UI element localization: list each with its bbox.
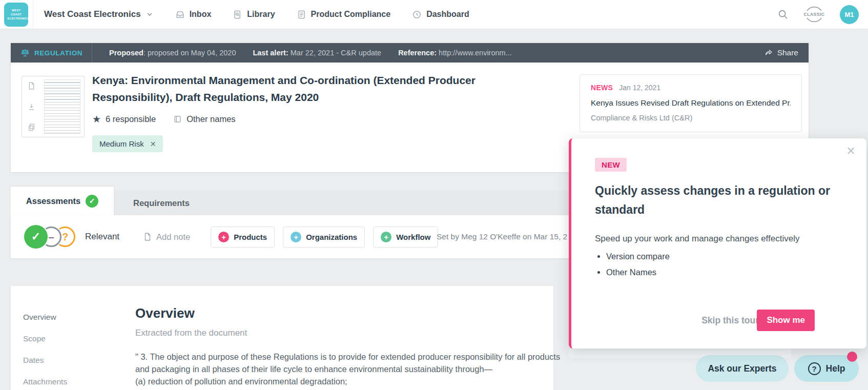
assessment-status-label: Relevant <box>85 232 119 242</box>
add-workflow-button[interactable]: + Workflow <box>373 227 438 248</box>
other-names-label: Other names <box>187 114 235 124</box>
ask-experts-button[interactable]: Ask our Experts <box>696 355 789 382</box>
help-label: Help <box>826 363 845 374</box>
tour-feature-item: Other Names <box>606 265 670 280</box>
search-icon[interactable] <box>777 9 789 20</box>
account-name: West Coast Electronics <box>44 9 141 19</box>
overview-card: Overview Scope Dates Attachments Overvie… <box>11 286 553 390</box>
company-logo-text: WEST COAST ELECTRONICS <box>8 8 25 21</box>
tour-feature-list: Version compare Other Names <box>606 249 670 281</box>
remove-tag-icon[interactable]: ✕ <box>150 140 156 148</box>
classic-badge-text: CLASSIC <box>804 12 825 17</box>
section-nav-dates[interactable]: Dates <box>23 356 67 365</box>
section-nav-scope[interactable]: Scope <box>23 334 67 343</box>
section-nav-overview[interactable]: Overview <box>23 313 67 322</box>
nav-right: CLASSIC M1 <box>777 5 868 24</box>
regulation-header-bar: REGULATION Proposed: proposed on May 04,… <box>11 43 809 63</box>
page: WEST COAST ELECTRONICS West Coast Electr… <box>0 0 868 390</box>
notification-dot <box>847 352 857 362</box>
skip-tour-link[interactable]: Skip this tour <box>701 315 759 326</box>
organizations-label: Organizations <box>306 233 357 241</box>
overview-body: " 3. The object and purpose of these Reg… <box>135 351 568 388</box>
tab-assessments[interactable]: Assessments ✓ <box>11 187 114 215</box>
dashboard-clock-icon <box>412 10 422 19</box>
plus-icon: + <box>291 232 301 242</box>
add-note-label: Add note <box>156 232 190 242</box>
reference-link[interactable]: Reference: http://www.environm... <box>398 49 512 57</box>
share-button[interactable]: Share <box>764 48 798 57</box>
download-icon[interactable] <box>27 102 36 111</box>
document-preview <box>44 79 80 134</box>
responsible-label: 6 responsible <box>106 114 156 124</box>
account-switcher[interactable]: West Coast Electronics <box>44 9 154 19</box>
share-icon <box>764 48 773 57</box>
new-badge: NEW <box>595 158 627 172</box>
risk-tag-label: Medium Risk <box>99 139 144 148</box>
news-card-header: NEWS Jan 12, 2021 <box>591 84 791 92</box>
overview-heading: Overview <box>135 305 571 321</box>
status-proposed: Proposed: proposed on May 04, 2020 <box>109 49 236 57</box>
news-card[interactable]: NEWS Jan 12, 2021 Kenya Issues Revised D… <box>580 74 802 132</box>
regulation-title: Kenya: Environmental Management and Co-o… <box>92 72 518 106</box>
tour-feature-item: Version compare <box>606 249 670 264</box>
document-actions <box>22 76 40 137</box>
share-label: Share <box>777 48 798 57</box>
products-label: Products <box>234 233 267 241</box>
workflow-label: Workflow <box>396 233 430 241</box>
library-icon <box>233 10 242 19</box>
document-thumbnail[interactable] <box>22 76 85 137</box>
section-nav: Overview Scope Dates Attachments <box>23 313 67 386</box>
question-mark-icon: ? <box>808 362 821 375</box>
note-icon <box>143 232 152 241</box>
classic-mode-badge[interactable]: CLASSIC <box>802 5 826 24</box>
news-date: Jan 12, 2021 <box>619 84 660 92</box>
user-avatar[interactable]: M1 <box>840 5 859 24</box>
other-names[interactable]: Other names <box>173 114 235 124</box>
nav-product-compliance-label: Product Compliance <box>311 10 391 19</box>
add-note-button[interactable]: Add note <box>143 232 190 242</box>
copy-icon[interactable] <box>27 123 36 132</box>
last-alert: Last alert: Mar 22, 2021 - C&R update <box>253 49 381 57</box>
tab-requirements[interactable]: Requirements <box>114 191 209 215</box>
plus-icon: + <box>218 232 229 242</box>
news-badge: NEWS <box>591 84 613 92</box>
page-icon[interactable] <box>27 81 36 90</box>
nav-library[interactable]: Library <box>233 10 275 19</box>
add-products-button[interactable]: + Products <box>211 227 275 248</box>
relevant-check-icon[interactable]: ✓ <box>24 225 48 249</box>
section-nav-attachments[interactable]: Attachments <box>23 377 67 386</box>
company-logo[interactable]: WEST COAST ELECTRONICS <box>4 3 28 27</box>
news-source: Compliance & Risks Ltd (C&R) <box>591 114 791 122</box>
tour-title: Quickly assess changes in a regulation o… <box>595 181 854 219</box>
regulation-type-label: REGULATION <box>34 49 82 57</box>
nav-product-compliance[interactable]: Product Compliance <box>297 10 391 19</box>
tour-subtitle: Speed up your work and manage changes ef… <box>595 234 799 244</box>
tab-requirements-label: Requirements <box>133 198 190 208</box>
other-names-icon <box>173 115 182 124</box>
nav-divider <box>33 0 33 29</box>
nav-dashboard-label: Dashboard <box>426 10 469 19</box>
inbox-icon <box>175 10 185 19</box>
tab-assessments-label: Assessments <box>26 196 80 206</box>
close-icon[interactable]: × <box>846 142 855 159</box>
overview-subheading: Extracted from the document <box>135 328 571 338</box>
chevron-down-icon <box>146 10 154 18</box>
responsible-count[interactable]: ★ 6 responsible <box>92 114 156 124</box>
top-nav: WEST COAST ELECTRONICS West Coast Electr… <box>0 0 868 29</box>
nav-library-label: Library <box>247 10 275 19</box>
add-organizations-button[interactable]: + Organizations <box>283 227 365 248</box>
regulation-type: REGULATION <box>11 43 92 63</box>
document-icon <box>297 10 306 19</box>
overview-section: Overview Extracted from the document " 3… <box>135 305 571 388</box>
assessment-status-selector: ✓ – ? <box>24 225 75 249</box>
assessed-check-icon: ✓ <box>86 195 98 208</box>
nav-dashboard[interactable]: Dashboard <box>412 10 469 19</box>
nav-inbox[interactable]: Inbox <box>175 10 212 19</box>
star-icon: ★ <box>92 114 101 124</box>
set-by-text: Set by Meg 12 O'Keeffe on Mar 15, 2 <box>437 232 567 241</box>
scales-icon <box>20 48 30 58</box>
news-title: Kenya Issues Revised Draft Regulations o… <box>591 98 791 108</box>
show-me-button[interactable]: Show me <box>757 310 815 331</box>
risk-tag: Medium Risk ✕ <box>92 135 163 152</box>
regulation-meta: ★ 6 responsible Other names <box>92 114 236 124</box>
